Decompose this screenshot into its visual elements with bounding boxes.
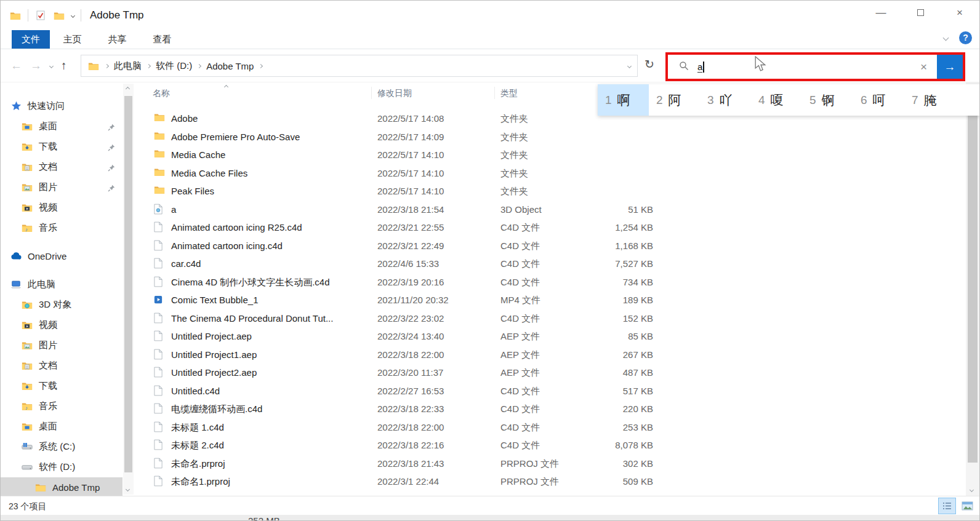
ime-candidate[interactable]: 2阿 xyxy=(649,84,700,116)
ime-candidate[interactable]: 7腌 xyxy=(904,84,955,116)
sidebar-item-桌面[interactable]: 桌面 xyxy=(1,416,122,437)
ime-candidate[interactable]: 1啊 xyxy=(598,84,649,116)
table-row[interactable]: The Cinema 4D Procedural Donut Tut...202… xyxy=(142,309,967,328)
table-row[interactable]: Untitled Project1.aep2022/3/18 22:00AEP … xyxy=(142,346,967,364)
table-row[interactable]: 未命名.prproj2022/3/18 21:43PRPROJ 文件302 KB xyxy=(142,455,967,473)
table-row[interactable]: Untitled.c4d2022/2/27 16:53C4D 文件517 KB xyxy=(142,382,967,400)
table-row[interactable]: a2022/3/18 21:543D Object51 KB xyxy=(142,201,967,219)
ribbon-tab[interactable]: 文件 xyxy=(12,30,50,49)
column-divider[interactable] xyxy=(371,87,372,99)
address-dropdown-chevron-icon[interactable] xyxy=(627,63,632,68)
breadcrumb-chevron-icon[interactable] xyxy=(259,63,263,68)
breadcrumb-item[interactable]: Adobe Tmp xyxy=(206,61,254,71)
table-row[interactable]: 未标题 2.c4d2022/3/18 22:16C4D 文件8,078 KB xyxy=(142,436,967,455)
sidebar-item-系统-(C:)[interactable]: 系统 (C:) xyxy=(1,437,122,457)
table-row[interactable]: 未命名1.prproj2022/3/1 22:44PRPROJ 文件509 KB xyxy=(142,472,967,491)
cell-type: 文件夹 xyxy=(500,149,528,161)
sidebar-item-3D-对象[interactable]: 3D 对象 xyxy=(1,295,122,315)
sidebar-item-下载[interactable]: 下载 xyxy=(1,376,122,396)
forward-button[interactable]: → xyxy=(30,59,42,73)
ribbon-tab[interactable]: 查看 xyxy=(140,30,185,49)
ime-candidate[interactable]: 5锕 xyxy=(802,84,853,116)
scroll-down-icon[interactable] xyxy=(126,487,130,491)
clear-search-icon[interactable]: × xyxy=(920,60,927,74)
table-row[interactable]: Untitled Project.aep2022/3/24 13:40AEP 文… xyxy=(142,327,967,346)
breadcrumb-item[interactable]: 此电脑 xyxy=(114,60,142,72)
table-row[interactable]: Untitled Project2.aep2022/3/20 11:37AEP … xyxy=(142,364,967,382)
cell-name: Comic Text Bubble_1 xyxy=(171,295,258,305)
table-row[interactable]: Peak Files2022/5/17 14:10文件夹 xyxy=(142,182,967,201)
sidebar-item-视频[interactable]: 视频 xyxy=(1,315,122,335)
column-header-type[interactable]: 类型 xyxy=(500,88,518,99)
file-icon xyxy=(154,421,163,434)
details-view-button[interactable] xyxy=(939,498,955,514)
scroll-up-icon[interactable] xyxy=(126,87,130,91)
breadcrumb-chevron-icon[interactable] xyxy=(147,63,151,68)
breadcrumb-item[interactable]: 软件 (D:) xyxy=(156,60,192,72)
sidebar-item-OneDrive[interactable]: OneDrive xyxy=(1,246,122,266)
sidebar-item-此电脑[interactable]: 此电脑 xyxy=(1,274,122,295)
search-go-button[interactable]: → xyxy=(937,55,963,79)
table-row[interactable]: Animated cartoon icing.c4d2022/3/21 22:4… xyxy=(142,237,967,255)
sidebar-item-音乐[interactable]: ♪音乐 xyxy=(1,218,122,238)
sidebar-item-下载[interactable]: 下载 xyxy=(1,137,122,157)
sidebar-item-软件-(D:)[interactable]: 软件 (D:) xyxy=(1,457,122,477)
cell-type: 文件夹 xyxy=(500,168,528,180)
sidebar-scrollbar[interactable] xyxy=(123,84,134,495)
scroll-down-icon[interactable] xyxy=(970,488,974,492)
back-button[interactable]: ← xyxy=(10,59,22,73)
search-input[interactable]: a xyxy=(697,62,704,73)
scrollbar-thumb[interactable] xyxy=(124,96,132,472)
minimize-button[interactable]: — xyxy=(861,1,901,25)
sidebar-item-快速访问[interactable]: 快速访问 xyxy=(1,96,122,116)
ribbon-tabs: 文件主页共享查看 xyxy=(1,30,185,49)
refresh-button[interactable]: ↻ xyxy=(645,57,654,71)
sidebar-item-文档[interactable]: 文档 xyxy=(1,157,122,177)
scrollbar-thumb[interactable] xyxy=(968,95,978,463)
sidebar-item-桌面[interactable]: 桌面 xyxy=(1,116,122,137)
qat-chevron-down-icon[interactable] xyxy=(71,13,75,17)
breadcrumb-chevron-icon[interactable] xyxy=(197,63,201,68)
sidebar-item-图片[interactable]: 图片 xyxy=(1,335,122,356)
sidebar-item-视频[interactable]: 视频 xyxy=(1,197,122,218)
file-list-scrollbar[interactable] xyxy=(966,82,979,496)
table-row[interactable]: Comic Text Bubble_12021/11/20 20:32MP4 文… xyxy=(142,291,967,309)
sidebar-item-音乐[interactable]: ♪音乐 xyxy=(1,396,122,416)
table-row[interactable]: Animated cartoon icing R25.c4d2022/3/21 … xyxy=(142,218,967,237)
close-button[interactable]: × xyxy=(940,1,979,25)
folder-download-icon xyxy=(21,381,33,391)
table-row[interactable]: Media Cache Files2022/5/17 14:10文件夹 xyxy=(142,164,967,183)
table-row[interactable]: Adobe Premiere Pro Auto-Save2022/5/17 14… xyxy=(142,128,967,146)
cell-size: 302 KB xyxy=(579,458,653,469)
sidebar-item-label: 文档 xyxy=(39,161,57,173)
maximize-button[interactable] xyxy=(901,1,940,25)
table-row[interactable]: 未标题 1.c4d2022/3/18 22:00C4D 文件253 KB xyxy=(142,418,967,437)
search-box-annotated[interactable]: a × → xyxy=(665,52,965,81)
folder-icon[interactable] xyxy=(53,11,65,20)
ribbon-tab[interactable]: 共享 xyxy=(95,30,140,49)
checkmark-icon[interactable] xyxy=(34,10,47,20)
column-divider[interactable] xyxy=(494,87,495,99)
cell-name: Untitled Project.aep xyxy=(171,331,252,341)
sidebar-item-图片[interactable]: 图片 xyxy=(1,177,122,197)
table-row[interactable]: car.c4d2022/4/6 15:33C4D 文件7,527 KB xyxy=(142,255,967,273)
table-row[interactable]: Cinema 4D 制作小球文字生长动画.c4d2022/3/19 20:16C… xyxy=(142,273,967,292)
column-header-date[interactable]: 修改日期 xyxy=(377,88,412,99)
column-header-name[interactable]: 名称 xyxy=(153,88,170,99)
sidebar-item-文档[interactable]: 文档 xyxy=(1,356,122,376)
address-bar[interactable]: 此电脑软件 (D:)Adobe Tmp xyxy=(81,55,638,77)
breadcrumb-chevron-icon[interactable] xyxy=(105,63,109,68)
help-icon[interactable]: ? xyxy=(959,31,972,44)
ribbon-tab[interactable]: 主页 xyxy=(50,30,95,49)
cell-name: Untitled Project2.aep xyxy=(171,367,257,378)
ribbon-collapse-chevron-icon[interactable] xyxy=(943,35,949,41)
table-row[interactable]: 电缆缠绕循环动画.c4d2022/3/18 22:33C4D 文件220 KB xyxy=(142,400,967,418)
ime-candidate[interactable]: 6呵 xyxy=(853,84,904,116)
thumbnail-view-button[interactable] xyxy=(959,498,976,514)
recent-locations-chevron-icon[interactable] xyxy=(49,63,54,68)
ime-candidate[interactable]: 4嗄 xyxy=(751,84,802,116)
table-row[interactable]: Media Cache2022/5/17 14:10文件夹 xyxy=(142,146,967,164)
sidebar-item-Adobe-Tmp[interactable]: Adobe Tmp xyxy=(1,477,122,496)
ime-candidate[interactable]: 3吖 xyxy=(700,84,751,116)
up-button[interactable]: ↑ xyxy=(61,59,67,73)
